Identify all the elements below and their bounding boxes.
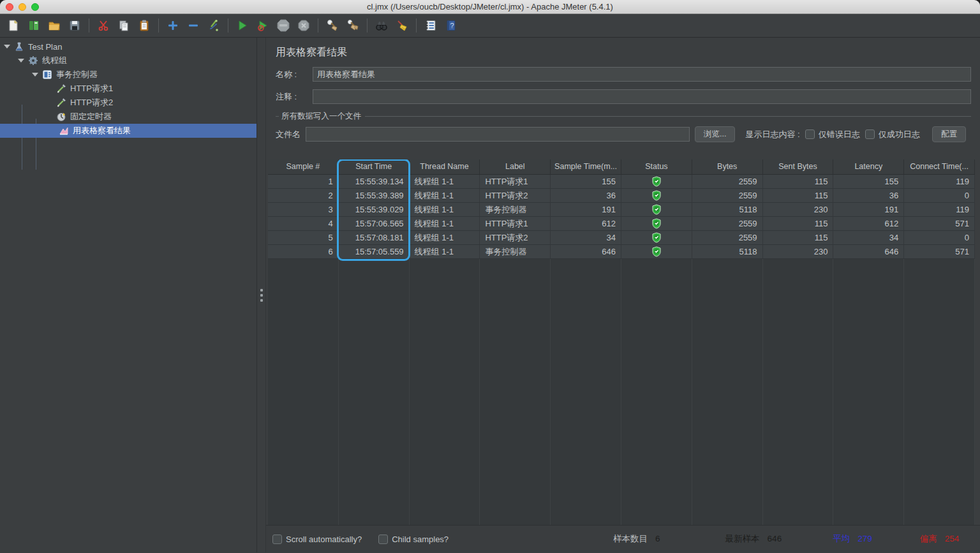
cell-latency: 612 xyxy=(833,217,904,230)
column-header[interactable]: Thread Name xyxy=(410,159,480,174)
cell-sample_time: 36 xyxy=(551,189,621,202)
column-header[interactable]: Latency xyxy=(833,159,904,174)
search-button[interactable] xyxy=(372,16,391,35)
cell-label: HTTP请求1 xyxy=(480,175,551,188)
comment-input[interactable] xyxy=(313,89,971,104)
latest-sample-stat: 最新样本 646 xyxy=(725,533,782,545)
titled-border-line xyxy=(276,116,279,117)
cell-label: 事务控制器 xyxy=(480,245,551,258)
clear-broom-icon xyxy=(326,19,339,32)
cell-sample: 4 xyxy=(268,217,339,230)
tree-item-constant-timer[interactable]: 固定定时器 xyxy=(0,110,256,124)
table-row[interactable]: 615:57:05.559线程组 1-1事务控制器646 51182306465… xyxy=(268,245,975,259)
browse-button[interactable]: 浏览... xyxy=(695,126,735,142)
toolbar-separator xyxy=(89,18,89,33)
tree-item-http-request-2[interactable]: HTTP请求2 xyxy=(0,96,256,110)
splitter-handle-dot xyxy=(260,294,263,297)
http-request-pipette-icon xyxy=(56,84,66,94)
table-row[interactable]: 215:55:39.389线程组 1-1HTTP请求236 2559115360 xyxy=(268,189,975,203)
column-header[interactable]: Start Time xyxy=(339,159,410,174)
tree-item-test-plan[interactable]: Test Plan xyxy=(0,40,256,54)
configure-button[interactable]: 配置 xyxy=(932,126,966,142)
filename-input[interactable] xyxy=(306,127,690,142)
table-row[interactable]: 115:55:39.134线程组 1-1HTTP请求1155 255911515… xyxy=(268,175,975,189)
save-button[interactable] xyxy=(65,16,84,35)
help-button[interactable]: ? xyxy=(442,16,461,35)
new-file-button[interactable] xyxy=(4,16,23,35)
cut-scissors-icon xyxy=(97,19,110,32)
titled-border-line xyxy=(365,116,971,117)
column-header[interactable]: Sample # xyxy=(268,159,339,174)
tree-item-view-results-table[interactable]: 用表格察看结果 xyxy=(0,124,256,138)
reset-search-button[interactable] xyxy=(392,16,412,35)
name-input[interactable] xyxy=(313,67,971,82)
cell-bytes: 2559 xyxy=(692,189,763,202)
success-shield-icon xyxy=(651,246,662,257)
column-header[interactable]: Sent Bytes xyxy=(763,159,834,174)
toggle-button[interactable] xyxy=(204,16,223,35)
cell-thread: 线程组 1-1 xyxy=(410,245,480,258)
collapse-all-button[interactable] xyxy=(184,16,203,35)
help-book-icon: ? xyxy=(445,19,457,32)
errors-only-checkbox[interactable] xyxy=(805,129,815,139)
scroll-automatically-checkbox[interactable] xyxy=(272,535,282,544)
function-helper-button[interactable] xyxy=(421,16,440,35)
tree-item-label: HTTP请求1 xyxy=(70,83,113,94)
cell-connect_time: 0 xyxy=(904,231,975,244)
cut-button[interactable] xyxy=(94,16,113,35)
cell-label: 事务控制器 xyxy=(480,203,551,216)
successes-only-label: 仅成功日志 xyxy=(879,129,920,140)
column-header[interactable]: Sample Time(m... xyxy=(551,159,621,174)
clear-button[interactable] xyxy=(323,16,342,35)
table-row[interactable]: 415:57:06.565线程组 1-1HTTP请求1612 255911561… xyxy=(268,217,975,231)
success-shield-icon xyxy=(651,190,662,201)
cell-sample: 3 xyxy=(268,203,339,216)
templates-icon xyxy=(27,19,40,32)
deviation-value: 254 xyxy=(945,534,960,543)
start-no-pauses-button[interactable] xyxy=(253,16,272,35)
transaction-controller-icon xyxy=(42,70,52,80)
cell-thread: 线程组 1-1 xyxy=(410,231,480,244)
tree-item-thread-group[interactable]: 线程组 xyxy=(0,54,256,68)
cell-start_time: 15:55:39.029 xyxy=(339,203,410,216)
open-file-button[interactable] xyxy=(45,16,64,35)
paste-button[interactable] xyxy=(135,16,154,35)
panel-splitter[interactable] xyxy=(257,38,266,552)
column-header[interactable]: Status xyxy=(621,159,692,174)
copy-button[interactable] xyxy=(114,16,133,35)
column-header[interactable]: Label xyxy=(480,159,551,174)
table-row[interactable]: 515:57:08.181线程组 1-1HTTP请求234 2559115340 xyxy=(268,231,975,245)
chevron-down-icon[interactable] xyxy=(4,45,10,48)
child-samples-checkbox[interactable] xyxy=(378,535,388,544)
table-empty-area[interactable] xyxy=(268,259,975,525)
splitter-handle-dot xyxy=(260,289,263,291)
tree-item-label: 事务控制器 xyxy=(56,69,98,80)
chevron-down-icon[interactable] xyxy=(32,73,38,77)
window-title: cl.jmx (/Users/oucb/Desktop/JMeter/cl.jm… xyxy=(0,2,980,11)
cell-sample_time: 34 xyxy=(551,231,621,244)
successes-only-checkbox[interactable] xyxy=(865,129,875,139)
cell-label: HTTP请求2 xyxy=(480,231,551,244)
start-button[interactable] xyxy=(233,16,252,35)
average-value: 279 xyxy=(858,534,872,543)
http-request-pipette-icon xyxy=(56,98,66,108)
name-label: 名称 : xyxy=(276,69,305,80)
cell-label: HTTP请求2 xyxy=(480,189,551,202)
table-row[interactable]: 315:55:39.029线程组 1-1事务控制器191 51182301911… xyxy=(268,203,975,217)
clear-all-button[interactable] xyxy=(343,16,362,35)
comment-row: 注释 : xyxy=(276,89,971,104)
shutdown-button[interactable] xyxy=(294,16,313,35)
cell-start_time: 15:55:39.389 xyxy=(339,189,410,202)
cell-connect_time: 119 xyxy=(904,203,975,216)
column-header[interactable]: Connect Time(... xyxy=(904,159,975,174)
templates-button[interactable] xyxy=(24,16,43,35)
tree-item-http-request-1[interactable]: HTTP请求1 xyxy=(0,82,256,96)
tree-item-transaction-controller[interactable]: 事务控制器 xyxy=(0,68,256,82)
stop-button[interactable] xyxy=(274,16,293,35)
start-play-icon xyxy=(236,19,249,32)
expand-all-button[interactable] xyxy=(163,16,182,35)
chevron-down-icon[interactable] xyxy=(18,59,24,63)
column-header[interactable]: Bytes xyxy=(692,159,763,174)
cell-sent_bytes: 115 xyxy=(763,175,834,188)
sample-count-label: 样本数目 xyxy=(613,533,648,545)
